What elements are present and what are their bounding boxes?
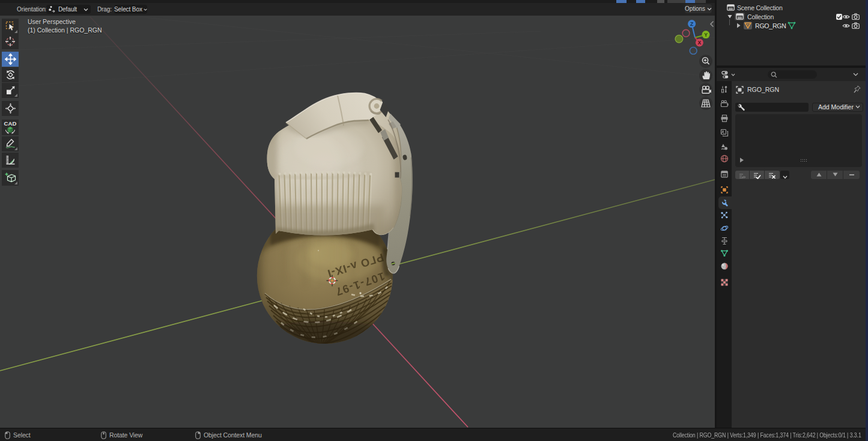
svg-text:X: X xyxy=(698,40,702,46)
svg-text:Y: Y xyxy=(704,32,708,38)
svg-text:Z: Z xyxy=(690,21,693,27)
